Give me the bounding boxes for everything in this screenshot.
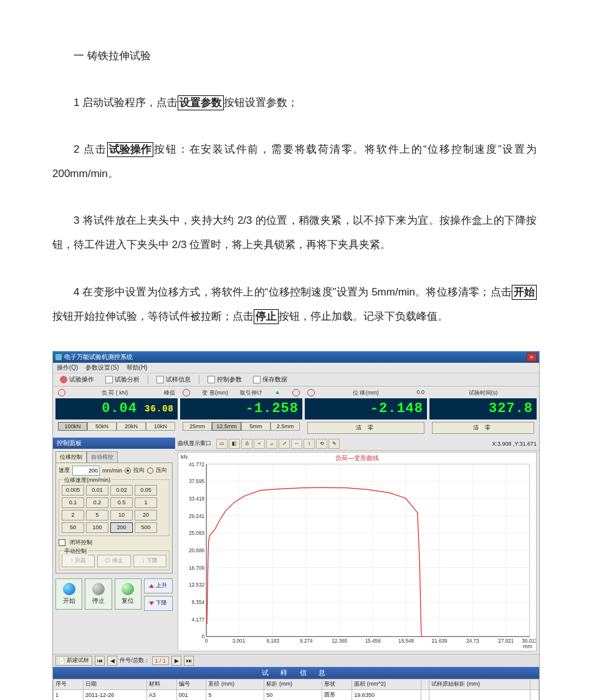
table-cell[interactable] <box>421 689 429 700</box>
preset-button[interactable]: 1 <box>135 497 157 508</box>
clear-button[interactable]: 清 零 <box>432 422 534 434</box>
preset-button[interactable]: 0.05 <box>135 485 157 496</box>
table-cell[interactable]: 50 <box>264 689 322 700</box>
readout-disp-value: -2.148 <box>305 398 427 420</box>
up-button[interactable]: 上升 <box>144 578 173 593</box>
preset-button[interactable]: 200 <box>110 522 133 533</box>
table-cell[interactable]: 5 <box>206 689 264 700</box>
chart-tool-button[interactable]: ◧ <box>229 439 240 449</box>
arrow-icon[interactable]: ▲ <box>275 389 280 397</box>
chart-tool-button[interactable]: ▭ <box>216 439 227 449</box>
svg-text:27.821: 27.821 <box>498 638 514 644</box>
zero-icon[interactable] <box>183 389 190 396</box>
table-cell[interactable]: 2011-12-26 <box>83 689 146 700</box>
range-button[interactable]: 25mm <box>183 422 212 431</box>
range-button[interactable]: 50kN <box>87 422 117 431</box>
preset-button[interactable]: 0.1 <box>62 497 84 508</box>
table-cell[interactable] <box>530 689 539 700</box>
tab-disp-control[interactable]: 位移控制 <box>55 451 87 463</box>
chart-area[interactable]: kN 负荷—变形曲线 mm 04.1778.35412.53216.70920.… <box>178 452 537 651</box>
preset-button[interactable]: 5 <box>86 510 108 520</box>
start-button[interactable]: 开始 <box>55 578 82 610</box>
text: 1 启动试验程序，点击 <box>74 97 178 108</box>
toolbar-test-ops[interactable]: 试验操作 <box>57 374 97 385</box>
table-cell[interactable]: 19.6350 <box>352 689 421 700</box>
speed-input[interactable] <box>72 466 100 476</box>
stop-button[interactable]: 停止 <box>85 578 112 610</box>
zero-icon[interactable] <box>307 389 315 396</box>
toolbar-separator <box>199 375 199 384</box>
chart-tool-button[interactable]: ↔ <box>291 439 302 449</box>
preset-button[interactable]: 10 <box>110 510 133 520</box>
range-button[interactable]: 2.5mm <box>271 422 300 431</box>
svg-text:16.709: 16.709 <box>189 565 204 570</box>
tab-auto-program[interactable]: 自动程控 <box>87 451 118 463</box>
table-cell[interactable]: 1 <box>54 689 84 700</box>
table-cell[interactable]: 圆形 <box>322 689 352 700</box>
preset-button[interactable]: 20 <box>135 510 157 520</box>
preset-button[interactable]: 0.01 <box>86 485 108 496</box>
table-row[interactable]: 12011-12-26A3001550圆形19.6350 <box>54 689 539 700</box>
chart-tool-button[interactable]: ⎙ <box>241 439 252 449</box>
nav-last[interactable]: ⏭ <box>184 656 194 666</box>
info-icon <box>156 376 164 383</box>
table-cell[interactable]: 001 <box>176 689 206 700</box>
close-button[interactable]: × <box>527 353 537 362</box>
chart-tool-button[interactable]: ⤢ <box>279 439 290 449</box>
readout-label: 负 荷 ( kN) <box>102 389 128 397</box>
toolbar-sample-info[interactable]: 试样信息 <box>153 374 194 385</box>
chart-title: 负荷—变形曲线 <box>178 454 536 463</box>
preset-button[interactable]: 100 <box>86 522 108 533</box>
new-sample-button[interactable]: 📄新建试样 <box>55 656 92 666</box>
sample-nav: 📄新建试样 ⏮ ◀ 件号/总数： 1 / 1 ▶ ⏭ <box>53 654 539 667</box>
window-title: 电子万能试验机测控系统 <box>64 353 133 362</box>
clear-button[interactable]: 清 零 <box>307 422 424 434</box>
closed-loop-label: 闭环控制 <box>70 539 92 547</box>
table-cell[interactable]: A3 <box>146 689 176 700</box>
toolbar-save-data[interactable]: 保存数据 <box>250 374 290 385</box>
table-cell[interactable] <box>429 689 530 700</box>
preset-button[interactable]: 0.005 <box>62 485 84 496</box>
manual-up-button[interactable]: ↑ 升高 <box>62 555 95 567</box>
range-button[interactable]: 20kN <box>117 422 146 431</box>
reset-button[interactable]: 复位 <box>115 578 141 610</box>
speed-unit: mm/min <box>102 467 122 474</box>
chart-tool-button[interactable]: + <box>254 439 265 449</box>
menu-item[interactable]: 操作(Q) <box>57 363 78 372</box>
svg-text:21.639: 21.639 <box>432 638 448 644</box>
preset-button[interactable]: 2 <box>62 510 84 520</box>
down-button[interactable]: 下降 <box>144 596 173 611</box>
preset-button[interactable]: 50 <box>62 522 84 533</box>
preset-button[interactable]: 500 <box>135 522 157 533</box>
nav-next[interactable]: ▶ <box>171 656 181 666</box>
preset-button[interactable]: 0.02 <box>110 485 133 496</box>
preset-button[interactable]: 0.2 <box>86 497 108 508</box>
range-button[interactable]: 5mm <box>241 422 271 431</box>
radio-pull[interactable] <box>125 467 131 474</box>
nav-first[interactable]: ⏮ <box>95 656 105 666</box>
toolbar-control-params[interactable]: 控制参数 <box>204 374 245 385</box>
chart-tool-button[interactable]: ↕ <box>304 439 315 449</box>
menu-item[interactable]: 帮助(H) <box>127 363 148 372</box>
manual-down-button[interactable]: ↓ 下降 <box>133 555 166 567</box>
nav-prev[interactable]: ◀ <box>107 656 117 666</box>
range-button[interactable]: 100kN <box>58 422 87 431</box>
range-button[interactable]: 10kN <box>146 422 175 431</box>
checkbox-closed-loop[interactable] <box>59 539 65 546</box>
chart-tool-button[interactable]: ⌕ <box>266 439 277 449</box>
zero-icon[interactable] <box>58 389 65 396</box>
start-icon <box>63 583 75 595</box>
manual-stop-button[interactable]: ◎ 停止 <box>97 555 130 567</box>
readout-displacement: 位 移(mm) 0.0 -2.148 清 零 <box>305 389 427 436</box>
menu-item[interactable]: 参数设置(S) <box>85 363 118 372</box>
chart-tool-button[interactable]: ✎ <box>328 439 340 449</box>
svg-text:8.354: 8.354 <box>192 600 205 605</box>
radio-push[interactable] <box>147 467 153 474</box>
preset-button[interactable]: 0.5 <box>110 497 133 508</box>
toolbar-analyze[interactable]: 试验分析 <box>102 374 143 385</box>
chart-tool-button[interactable]: ⟲ <box>316 439 327 449</box>
text: 按钮，停止加载。记录下负载峰值。 <box>279 310 448 322</box>
svg-text:18.548: 18.548 <box>398 638 414 644</box>
range-button[interactable]: 12.5mm <box>212 422 241 431</box>
zero-icon[interactable] <box>292 389 300 396</box>
